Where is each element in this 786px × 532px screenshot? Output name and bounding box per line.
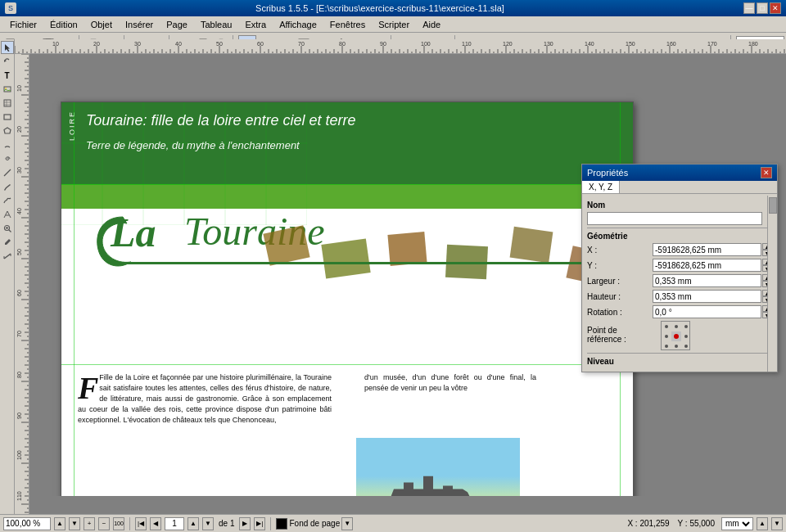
ref-mr[interactable]	[681, 331, 691, 341]
ref-tr[interactable]	[681, 322, 691, 331]
properties-content: X, Y, Z Nom Géométrie X : ▲ ▼	[582, 181, 777, 372]
deco-sq-1	[263, 225, 309, 266]
ref-mc[interactable]	[671, 331, 681, 341]
svg-rect-40	[4, 100, 11, 106]
menu-affichage[interactable]: Affichage	[273, 18, 323, 31]
section-nom-title: Nom	[587, 201, 772, 210]
properties-title: Propriétés	[587, 168, 628, 178]
drop-cap-F: F	[78, 375, 98, 401]
scroll-thumb[interactable]	[769, 197, 777, 214]
deco-sq-3	[387, 232, 427, 266]
section-niveau-title: Niveau	[587, 357, 772, 366]
zoom-up-btn[interactable]: ▲	[54, 517, 66, 530]
ruler-left	[15, 54, 29, 514]
menu-objet[interactable]: Objet	[84, 18, 119, 31]
fill-label: Fond de page	[289, 519, 340, 528]
menubar: Fichier Édition Objet Insérer Page Table…	[0, 16, 786, 33]
zoom-input[interactable]	[3, 517, 51, 530]
props-row-rot: Rotation : ▲ ▼	[587, 305, 772, 318]
h-input[interactable]	[653, 290, 761, 303]
page-input[interactable]	[165, 517, 184, 530]
zoom-in-status[interactable]: +	[84, 517, 95, 530]
unit-select[interactable]: mm pt cm in	[721, 517, 753, 530]
ref-bl[interactable]	[662, 341, 671, 351]
menu-tableau[interactable]: Tableau	[194, 18, 239, 31]
ref-bc[interactable]	[671, 341, 681, 351]
tool-text[interactable]: T	[1, 69, 14, 82]
prev-page-btn[interactable]: ◀	[150, 517, 161, 530]
document-page: LOIRE Touraine: fille de la loire entre …	[61, 101, 634, 496]
props-divider-1	[587, 228, 772, 228]
svg-rect-38	[4, 87, 11, 92]
section-geometry-title: Géométrie	[587, 232, 772, 241]
page-down-btn[interactable]: ▼	[202, 517, 214, 530]
tab-xyz[interactable]: X, Y, Z	[582, 181, 620, 193]
tool-rotate[interactable]	[1, 55, 14, 68]
zoom-100[interactable]: 100	[113, 517, 124, 530]
menu-extra[interactable]: Extra	[238, 18, 273, 31]
y-input[interactable]	[653, 259, 761, 272]
tool-eyedropper[interactable]	[1, 236, 14, 249]
tools-sidebar: T	[0, 39, 15, 514]
tool-image-frame[interactable]	[1, 83, 14, 96]
tool-freehand[interactable]	[1, 194, 14, 207]
tool-pen[interactable]	[1, 180, 14, 193]
status-sep-1	[129, 517, 130, 530]
ref-point-widget-container	[661, 321, 690, 350]
fill-color-swatch[interactable]	[276, 518, 287, 530]
h-label: Hauteur :	[587, 292, 653, 301]
page-up-btn[interactable]: ▲	[187, 517, 199, 530]
first-page-btn[interactable]: |◀	[135, 517, 147, 530]
ref-tc[interactable]	[671, 322, 681, 331]
svg-line-51	[4, 254, 11, 259]
menu-fenetres[interactable]: Fenêtres	[323, 18, 372, 31]
tool-calligraphic[interactable]	[1, 208, 14, 221]
menu-edition[interactable]: Édition	[43, 18, 84, 31]
nom-input[interactable]	[587, 212, 762, 225]
tool-table[interactable]	[1, 97, 14, 110]
deco-sq-5	[510, 227, 553, 263]
menu-fichier[interactable]: Fichier	[3, 18, 43, 31]
tool-rect[interactable]	[1, 110, 14, 124]
body-left-col: F Fille de la Loire et façonnée par une …	[78, 372, 332, 426]
tool-select[interactable]	[1, 41, 14, 54]
thumbnail-photo	[356, 438, 520, 496]
rot-label: Rotation :	[587, 308, 653, 317]
unit-up[interactable]: ▲	[757, 517, 768, 530]
guide-h1	[61, 364, 633, 365]
tool-line[interactable]	[1, 166, 14, 179]
tool-poly[interactable]	[1, 124, 14, 138]
x-input[interactable]	[653, 243, 761, 256]
app-icon: S	[5, 2, 16, 14]
properties-close-button[interactable]: ✕	[761, 167, 772, 178]
menu-page[interactable]: Page	[160, 18, 194, 31]
unit-down[interactable]: ▼	[771, 517, 783, 530]
properties-scrollbar[interactable]	[767, 196, 777, 372]
menu-inserer[interactable]: Insérer	[119, 18, 160, 31]
fill-down-btn[interactable]: ▼	[341, 517, 353, 530]
close-button[interactable]: ✕	[770, 2, 781, 14]
statusbar: ▲ ▼ + − 100 |◀ ◀ ▲ ▼ de 1 ▶ ▶| Fond de p…	[0, 514, 786, 532]
maximize-button[interactable]: □	[757, 2, 768, 14]
props-row-w: Largeur : ▲ ▼	[587, 274, 772, 287]
titlebar: S Scribus 1.5.5 - [E:\scribus\exercice-s…	[0, 0, 786, 16]
tool-spiral[interactable]	[1, 152, 14, 165]
ref-tl[interactable]	[662, 322, 671, 331]
rot-input[interactable]	[653, 305, 761, 318]
menu-scripter[interactable]: Scripter	[372, 18, 416, 31]
next-page-btn[interactable]: ▶	[239, 517, 251, 530]
tool-arc[interactable]	[1, 138, 14, 151]
x-label: X :	[587, 246, 653, 255]
coord-y: Y : 55,000	[678, 519, 715, 528]
last-page-btn[interactable]: ▶|	[254, 517, 265, 530]
zoom-out-status[interactable]: −	[98, 517, 110, 530]
window-title: Scribus 1.5.5 - [E:\scribus\exercice-scr…	[16, 3, 743, 13]
tool-zoom[interactable]	[1, 222, 14, 235]
tool-measurements[interactable]	[1, 250, 14, 263]
ref-br[interactable]	[681, 341, 691, 351]
minimize-button[interactable]: —	[743, 2, 755, 14]
menu-aide[interactable]: Aide	[416, 18, 447, 31]
zoom-down-btn[interactable]: ▼	[69, 517, 80, 530]
w-input[interactable]	[653, 274, 761, 287]
ref-ml[interactable]	[662, 331, 671, 341]
